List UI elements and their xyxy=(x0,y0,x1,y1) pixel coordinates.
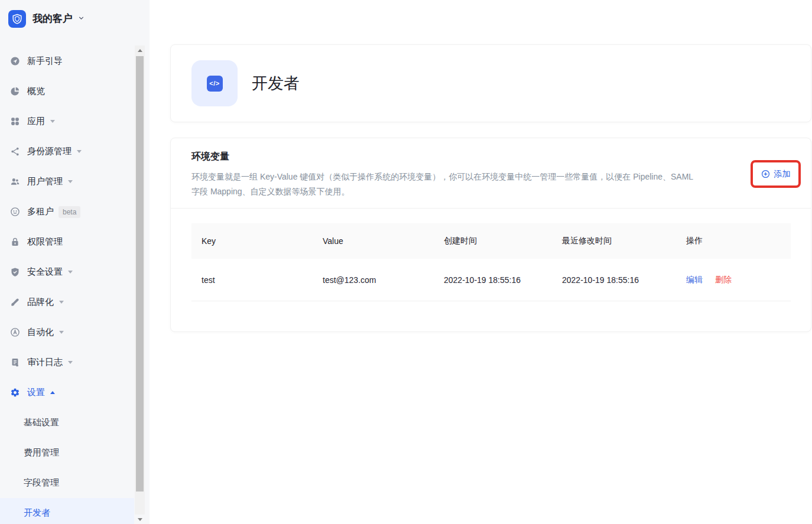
red-highlight-annotation: 添加 xyxy=(751,160,801,188)
brand-logo xyxy=(8,10,26,28)
chevron-down-icon xyxy=(77,14,85,24)
sidebar-item-label: 字段管理 xyxy=(24,477,59,489)
page-title: 开发者 xyxy=(252,73,300,94)
scrollbar-thumb[interactable] xyxy=(136,56,144,492)
scroll-down-button[interactable] xyxy=(135,515,145,524)
sidebar-item-user-management[interactable]: 用户管理 xyxy=(0,167,150,197)
sidebar-item-label: 权限管理 xyxy=(27,236,63,248)
chevron-down-icon xyxy=(68,180,73,183)
workspace-name: 我的客户 xyxy=(33,12,73,25)
code-icon: </> xyxy=(207,76,223,92)
sidebar-item-permissions[interactable]: 权限管理 xyxy=(0,227,150,257)
pie-chart-icon xyxy=(10,86,20,96)
column-header-created: 创建时间 xyxy=(434,236,552,246)
table-header-row: Key Value 创建时间 最近修改时间 操作 xyxy=(191,223,791,259)
edit-link[interactable]: 编辑 xyxy=(686,275,703,284)
sidebar-item-billing[interactable]: 费用管理 xyxy=(0,438,150,468)
table-row: test test@123.com 2022-10-19 18:55:16 20… xyxy=(191,259,791,301)
chevron-up-icon xyxy=(50,391,55,394)
sidebar-item-label: 自动化 xyxy=(27,327,54,338)
cell-actions: 编辑 删除 xyxy=(676,275,791,285)
triangle-down-icon xyxy=(138,518,142,521)
sidebar-item-audit-logs[interactable]: 审计日志 xyxy=(0,347,150,377)
gear-icon xyxy=(10,388,20,398)
main-content: </> 开发者 环境变量 环境变量就是一组 Key-Value 键值对（类似于操… xyxy=(150,0,812,524)
sidebar-item-label: 身份源管理 xyxy=(27,146,72,157)
sidebar-item-label: 品牌化 xyxy=(27,297,54,308)
chevron-down-icon xyxy=(68,271,73,274)
cell-value: test@123.com xyxy=(313,275,434,285)
workspace-switcher[interactable]: 我的客户 xyxy=(0,0,150,28)
users-icon xyxy=(10,177,20,187)
cell-key: test xyxy=(191,275,313,285)
sidebar: 我的客户 新手引导 概览 应用 身份源管理 xyxy=(0,0,150,524)
section-title: 环境变量 xyxy=(191,151,790,163)
chevron-down-icon xyxy=(59,301,64,304)
sidebar-item-overview[interactable]: 概览 xyxy=(0,76,150,106)
plus-circle-icon xyxy=(761,170,770,178)
add-button-label: 添加 xyxy=(774,169,791,180)
sidebar-item-label: 新手引导 xyxy=(27,56,63,67)
triangle-up-icon xyxy=(138,49,142,52)
column-header-actions: 操作 xyxy=(676,236,791,246)
sidebar-item-label: 基础设置 xyxy=(24,417,59,428)
shield-check-icon xyxy=(10,267,20,277)
log-icon xyxy=(10,357,20,367)
sidebar-item-developer[interactable]: 开发者 xyxy=(0,498,134,524)
sidebar-item-label: 概览 xyxy=(27,86,45,97)
sidebar-item-multi-tenant[interactable]: 多租户 beta xyxy=(0,197,150,227)
sidebar-item-automation[interactable]: 自动化 xyxy=(0,317,150,347)
delete-link[interactable]: 删除 xyxy=(715,275,732,284)
sidebar-item-label: 应用 xyxy=(27,116,45,127)
sidebar-item-label: 设置 xyxy=(27,387,45,398)
sidebar-item-basic-settings[interactable]: 基础设置 xyxy=(0,408,150,438)
sidebar-item-label: 用户管理 xyxy=(27,176,63,187)
sidebar-item-label: 安全设置 xyxy=(27,266,63,278)
sidebar-item-fields[interactable]: 字段管理 xyxy=(0,468,150,498)
page-header-card: </> 开发者 xyxy=(170,44,811,122)
sidebar-item-label: 多租户 xyxy=(27,206,54,217)
env-vars-header: 环境变量 环境变量就是一组 Key-Value 键值对（类似于操作系统的环境变量… xyxy=(171,138,811,209)
sidebar-item-branding[interactable]: 品牌化 xyxy=(0,287,150,317)
section-description: 环境变量就是一组 Key-Value 键值对（类似于操作系统的环境变量），你可以… xyxy=(191,170,703,199)
paper-plane-icon xyxy=(10,56,20,66)
sidebar-item-security[interactable]: 安全设置 xyxy=(0,257,150,287)
sidebar-nav: 新手引导 概览 应用 身份源管理 用户管理 xyxy=(0,46,150,524)
chevron-down-icon xyxy=(50,120,55,123)
sidebar-item-apps[interactable]: 应用 xyxy=(0,106,150,136)
sidebar-item-guide[interactable]: 新手引导 xyxy=(0,46,150,76)
automation-icon xyxy=(10,327,20,337)
chevron-down-icon xyxy=(59,331,64,334)
tenant-icon xyxy=(10,207,20,217)
brush-icon xyxy=(10,297,20,307)
sidebar-scrollbar[interactable] xyxy=(135,45,145,524)
sidebar-item-label: 审计日志 xyxy=(27,357,63,368)
chevron-down-icon xyxy=(68,361,73,364)
apps-icon xyxy=(10,116,20,126)
sidebar-item-settings[interactable]: 设置 xyxy=(0,377,150,408)
scroll-up-button[interactable] xyxy=(135,45,145,55)
sidebar-item-label: 开发者 xyxy=(24,507,50,519)
share-icon xyxy=(10,147,20,157)
env-vars-table: Key Value 创建时间 最近修改时间 操作 test test@123.c… xyxy=(191,223,791,301)
beta-badge: beta xyxy=(59,206,80,218)
cell-modified: 2022-10-19 18:55:16 xyxy=(552,275,676,285)
cell-created: 2022-10-19 18:55:16 xyxy=(434,275,552,285)
add-button[interactable]: 添加 xyxy=(761,169,791,180)
sidebar-item-label: 费用管理 xyxy=(24,447,59,458)
env-vars-card: 环境变量 环境变量就是一组 Key-Value 键值对（类似于操作系统的环境变量… xyxy=(170,138,811,332)
column-header-modified: 最近修改时间 xyxy=(552,236,676,246)
app-window: 我的客户 新手引导 概览 应用 身份源管理 xyxy=(0,0,812,524)
column-header-value: Value xyxy=(313,236,434,246)
chevron-down-icon xyxy=(77,150,82,153)
column-header-key: Key xyxy=(191,236,313,246)
lock-icon xyxy=(10,237,20,247)
developer-icon-tile: </> xyxy=(191,60,238,106)
sidebar-item-identity-sources[interactable]: 身份源管理 xyxy=(0,136,150,167)
